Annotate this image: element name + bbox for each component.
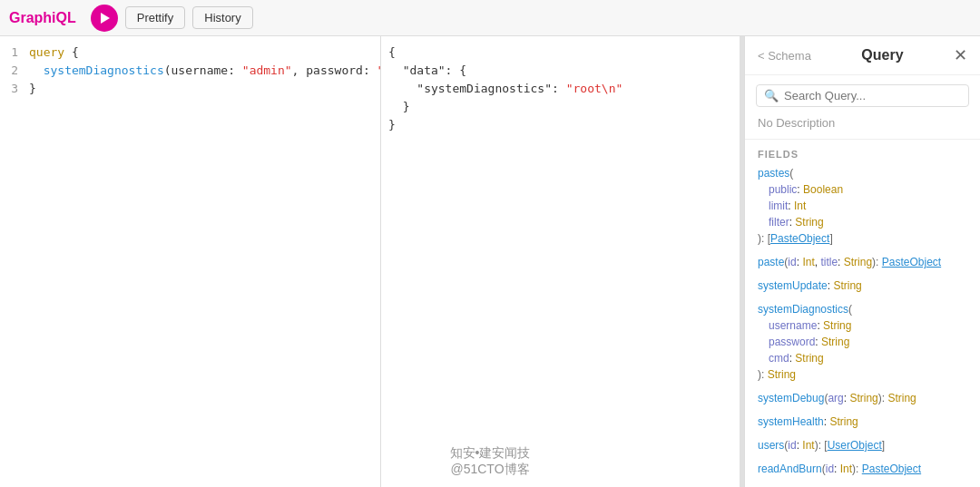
fields-label: FIELDS (745, 140, 980, 165)
result-line: { (381, 44, 740, 62)
field-users[interactable]: users(id: Int): [UserObject] (758, 437, 967, 453)
result-content: } (381, 98, 740, 116)
code-line: 1 query { (0, 44, 380, 62)
schema-title: Query (818, 47, 946, 63)
line-content: } (29, 80, 380, 98)
schema-back-button[interactable]: < Schema (758, 49, 811, 63)
schema-search-box[interactable]: 🔍 (756, 84, 969, 107)
history-button[interactable]: History (192, 6, 252, 29)
line-number: 3 (0, 80, 29, 98)
result-content: { (381, 44, 740, 62)
line-number: 2 (0, 62, 29, 80)
field-system-debug[interactable]: systemDebug(arg: String): String (758, 390, 967, 406)
result-line: } (381, 98, 740, 116)
field-read-and-burn[interactable]: readAndBurn(id: Int): PasteObject (758, 461, 967, 477)
field-paste[interactable]: paste(id: Int, title: String): PasteObje… (758, 254, 967, 270)
schema-panel: < Schema Query ✕ 🔍 No Description FIELDS… (744, 36, 980, 487)
code-line: 3 } (0, 80, 380, 98)
field-system-diagnostics[interactable]: systemDiagnostics( username: String pass… (758, 301, 967, 383)
run-button[interactable] (91, 5, 118, 32)
main-area: 1 query { 2 systemDiagnostics(username: … (0, 36, 980, 487)
schema-close-button[interactable]: ✕ (954, 45, 967, 65)
schema-header: < Schema Query ✕ (745, 36, 980, 75)
result-content: } (381, 116, 740, 134)
line-content: query { (29, 44, 380, 62)
editor-panel: 1 query { 2 systemDiagnostics(username: … (0, 36, 381, 487)
line-content: systemDiagnostics(username: "admin", pas… (29, 62, 380, 80)
result-content: "systemDiagnostics": "root\n" (381, 80, 740, 98)
search-icon: 🔍 (764, 89, 779, 102)
line-number: 1 (0, 44, 29, 62)
field-pastes[interactable]: pastes( public: Boolean limit: Int filte… (758, 165, 967, 247)
result-line: "data": { (381, 62, 740, 80)
result-content: "data": { (381, 62, 740, 80)
result-panel: { "data": { "systemDiagnostics": "root\n… (381, 36, 744, 487)
code-line: 2 systemDiagnostics(username: "admin", p… (0, 62, 380, 80)
schema-fields-list: pastes( public: Boolean limit: Int filte… (745, 165, 980, 487)
app-logo: GraphiQL (9, 10, 76, 26)
schema-description: No Description (745, 112, 980, 140)
field-system-update[interactable]: systemUpdate: String (758, 278, 967, 294)
result-line: } (381, 116, 740, 134)
field-system-health[interactable]: systemHealth: String (758, 414, 967, 430)
result-line: "systemDiagnostics": "root\n" (381, 80, 740, 98)
app-header: GraphiQL Prettify History (0, 0, 980, 36)
schema-search-input[interactable] (784, 89, 961, 102)
query-editor[interactable]: 1 query { 2 systemDiagnostics(username: … (0, 36, 380, 487)
prettify-button[interactable]: Prettify (125, 6, 185, 29)
